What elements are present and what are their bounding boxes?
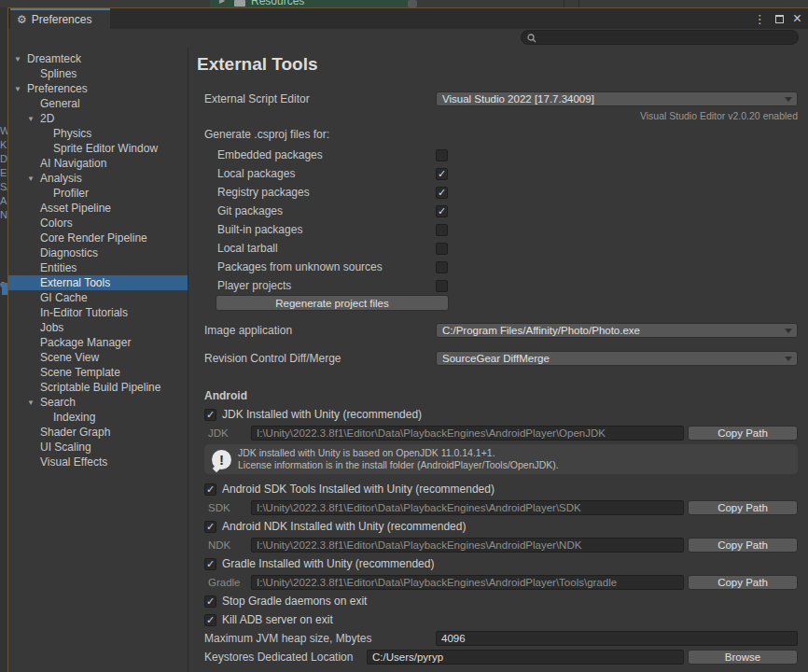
sidebar-item-colors[interactable]: Colors xyxy=(8,216,188,231)
sidebar-item-analysis[interactable]: ▼Analysis xyxy=(8,171,188,186)
built-in-packages-checkbox[interactable] xyxy=(436,224,448,236)
sidebar-item-scriptable-build-pipeline[interactable]: Scriptable Build Pipeline xyxy=(8,380,188,395)
keystores-field[interactable]: C:/Users/pyryp xyxy=(367,650,684,665)
gradle-field-label: Gradle xyxy=(204,577,251,588)
sidebar-item-scene-template[interactable]: Scene Template xyxy=(8,365,188,380)
sidebar-item-splines[interactable]: Splines xyxy=(8,66,188,81)
git-packages-checkbox[interactable]: ✓ xyxy=(436,205,448,217)
gradle-toggle-row: ✓ Gradle Installed with Unity (recommend… xyxy=(204,554,798,573)
sidebar-item-jobs[interactable]: Jobs xyxy=(8,320,188,335)
sidebar-item-in-editor-tutorials[interactable]: In-Editor Tutorials xyxy=(8,305,188,320)
page-title: External Tools xyxy=(197,53,798,76)
local-tarball-checkbox[interactable] xyxy=(436,243,448,255)
sidebar-item-2d[interactable]: ▼2D xyxy=(8,111,188,126)
sidebar-item-search[interactable]: ▼Search xyxy=(8,395,188,410)
sidebar-item-core-render-pipeline[interactable]: Core Render Pipeline xyxy=(8,231,188,245)
csproj-row-embedded-packages: Embedded packages xyxy=(204,146,798,164)
background-text-fragment: SA xyxy=(0,181,7,192)
unknown-sources-checkbox[interactable] xyxy=(436,261,448,273)
keystores-browse-button[interactable]: Browse xyxy=(688,650,798,665)
sidebar-item-ai-navigation[interactable]: AI Navigation xyxy=(8,156,188,171)
embedded-packages-checkbox[interactable] xyxy=(436,149,448,161)
search-row xyxy=(8,29,808,48)
sidebar-item-profiler[interactable]: Profiler xyxy=(8,186,188,201)
kill-adb-checkbox[interactable]: ✓ xyxy=(204,614,216,626)
jvm-heap-field[interactable]: 4096 xyxy=(436,631,798,646)
foldout-arrow-icon[interactable]: ▼ xyxy=(14,52,21,67)
tab-preferences[interactable]: ⚙ Preferences xyxy=(10,8,110,29)
csproj-row-unknown-sources: Packages from unknown sources xyxy=(204,258,798,276)
background-text-fragment: W xyxy=(0,125,7,136)
sidebar-item-gi-cache[interactable]: GI Cache xyxy=(8,290,188,305)
ndk-copy-path-button[interactable]: Copy Path xyxy=(688,538,798,553)
ndk-path-field: I:\Unity\2022.3.8f1\Editor\Data\Playback… xyxy=(251,538,684,553)
search-input[interactable] xyxy=(540,32,798,43)
jvm-heap-label: Maximum JVM heap size, Mbytes xyxy=(204,632,436,645)
kill-adb-row: ✓ Kill ADB server on exit xyxy=(204,610,798,629)
sidebar-item-sprite-editor-window[interactable]: Sprite Editor Window xyxy=(8,141,188,156)
ndk-field-label: NDK xyxy=(204,539,251,551)
background-text-fragment: A xyxy=(0,195,7,206)
gradle-copy-path-button[interactable]: Copy Path xyxy=(688,575,798,590)
foldout-arrow-icon[interactable]: ▼ xyxy=(27,172,35,187)
keystores-label: Keystores Dedicated Location xyxy=(204,651,367,664)
sidebar-item-package-manager[interactable]: Package Manager xyxy=(8,335,188,350)
jdk-note-line1: JDK installed with Unity is based on Ope… xyxy=(238,447,559,459)
sidebar-item-preferences[interactable]: ▼Preferences xyxy=(8,81,188,96)
player-projects-checkbox[interactable] xyxy=(436,280,448,292)
background-resources-row: ▶ Resources xyxy=(210,0,409,7)
external-tools-panel: External Tools External Script Editor Vi… xyxy=(188,48,808,672)
gradle-installed-checkbox[interactable]: ✓ xyxy=(204,558,216,570)
script-editor-dropdown[interactable]: Visual Studio 2022 [17.7.34009] xyxy=(436,91,798,106)
maximize-icon[interactable] xyxy=(775,15,784,23)
stop-gradle-checkbox[interactable]: ✓ xyxy=(204,595,216,608)
csproj-row-built-in-packages: Built-in packages xyxy=(204,220,798,239)
revision-control-dropdown[interactable]: SourceGear DiffMerge xyxy=(436,351,798,366)
background-scrollbar-thumb xyxy=(408,0,417,7)
close-icon[interactable]: × xyxy=(793,12,801,25)
revision-control-label: Revision Control Diff/Merge xyxy=(204,352,436,365)
preferences-sidebar: ▼Dreamteck Splines ▼Preferences General … xyxy=(8,48,188,672)
csproj-checkbox-list: Embedded packages Local packages✓ Regist… xyxy=(204,146,798,295)
script-editor-label: External Script Editor xyxy=(204,92,436,105)
sidebar-item-visual-effects[interactable]: Visual Effects xyxy=(8,455,188,469)
ndk-path-row: NDK I:\Unity\2022.3.8f1\Editor\Data\Play… xyxy=(204,536,798,554)
sidebar-item-dreamteck[interactable]: ▼Dreamteck xyxy=(8,51,188,66)
image-application-dropdown[interactable]: C:/Program Files/Affinity/Photo/Photo.ex… xyxy=(436,323,798,338)
window-menu-icon[interactable]: ⋮ xyxy=(754,12,766,26)
sidebar-item-external-tools[interactable]: External Tools xyxy=(8,275,188,290)
sidebar-item-entities[interactable]: Entities xyxy=(8,260,188,275)
active-tab-indicator xyxy=(10,8,110,10)
registry-packages-checkbox[interactable]: ✓ xyxy=(436,187,448,199)
csproj-row-registry-packages: Registry packages✓ xyxy=(204,183,798,202)
sidebar-item-shader-graph[interactable]: Shader Graph xyxy=(8,425,188,440)
sidebar-item-asset-pipeline[interactable]: Asset Pipeline xyxy=(8,201,188,216)
jdk-installed-checkbox[interactable]: ✓ xyxy=(204,409,216,421)
foldout-arrow-icon[interactable]: ▼ xyxy=(14,82,21,97)
sidebar-item-ui-scaling[interactable]: UI Scaling xyxy=(8,440,188,455)
jdk-copy-path-button[interactable]: Copy Path xyxy=(688,426,798,441)
sdk-field-label: SDK xyxy=(204,502,251,513)
regenerate-project-files-button[interactable]: Regenerate project files xyxy=(216,295,449,311)
search-box[interactable] xyxy=(521,30,799,45)
android-section: ✓ JDK Installed with Unity (recommended)… xyxy=(204,405,798,666)
sidebar-item-indexing[interactable]: Indexing xyxy=(8,410,188,425)
tab-label: Preferences xyxy=(32,13,92,26)
csproj-row-local-tarball: Local tarball xyxy=(204,239,798,258)
image-application-label: Image application xyxy=(204,324,436,337)
sidebar-item-diagnostics[interactable]: Diagnostics xyxy=(8,245,188,260)
local-packages-checkbox[interactable]: ✓ xyxy=(436,168,448,180)
ndk-installed-checkbox[interactable]: ✓ xyxy=(204,521,216,533)
sdk-installed-checkbox[interactable]: ✓ xyxy=(204,483,216,496)
foldout-arrow-icon[interactable]: ▼ xyxy=(27,112,35,127)
sidebar-item-scene-view[interactable]: Scene View xyxy=(8,350,188,365)
foldout-arrow-icon[interactable]: ▼ xyxy=(27,396,35,411)
jvm-heap-row: Maximum JVM heap size, Mbytes 4096 xyxy=(204,629,798,648)
sidebar-item-general[interactable]: General xyxy=(8,96,188,111)
sidebar-item-physics[interactable]: Physics xyxy=(8,126,188,141)
jdk-path-row: JDK I:\Unity\2022.3.8f1\Editor\Data\Play… xyxy=(204,424,798,442)
sdk-copy-path-button[interactable]: Copy Path xyxy=(688,500,798,515)
foldout-arrow-icon: ▶ xyxy=(219,0,225,5)
background-divider xyxy=(564,0,564,7)
script-editor-helper-text: Visual Studio Editor v2.0.20 enabled xyxy=(204,110,798,121)
